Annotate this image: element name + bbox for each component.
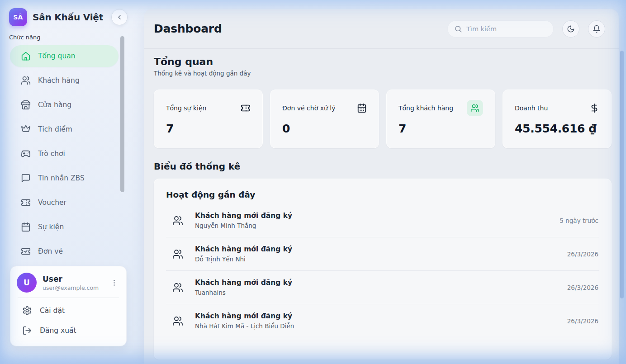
sidebar-item-tin-nhan-zbs[interactable]: Tin nhắn ZBS — [10, 167, 119, 189]
user-row: U User user@example.com — [17, 273, 120, 293]
activity-subtitle: Đỗ Trịnh Yến Nhi — [195, 255, 292, 263]
chevron-left-icon — [116, 14, 123, 21]
activity-card: Hoạt động gần đây Khách hàng mới đăng ký… — [154, 179, 612, 359]
activity-title: Khách hàng mới đăng ký — [195, 212, 292, 220]
main-content: Tổng quan Thống kê và hoạt động gần đây … — [144, 49, 619, 359]
stat-label: Tổng khách hàng — [398, 104, 453, 112]
stats-row: Tổng sự kiện 7 Đơn vé chờ xử lý 0 — [154, 90, 612, 148]
calendar-icon — [357, 103, 367, 113]
sidebar-item-cua-hang[interactable]: Cửa hàng — [10, 94, 119, 116]
brand-name: Sân Khấu Việt — [33, 12, 103, 23]
theme-toggle-button[interactable] — [562, 20, 579, 38]
sidebar-collapse-button[interactable] — [111, 9, 128, 25]
calendar-icon — [21, 222, 31, 232]
search-icon — [454, 25, 462, 33]
search-box[interactable] — [447, 20, 554, 38]
users-icon — [21, 76, 31, 85]
store-icon — [21, 100, 31, 110]
sidebar-item-label: Tổng quan — [38, 52, 76, 60]
sidebar-scrollbar[interactable] — [120, 36, 124, 192]
stat-value: 7 — [398, 122, 483, 135]
stat-label: Doanh thu — [515, 104, 548, 112]
stat-card-tong-su-kien: Tổng sự kiện 7 — [154, 90, 263, 148]
users-icon — [467, 100, 483, 116]
activity-text: Khách hàng mới đăng ký Đỗ Trịnh Yến Nhi — [195, 245, 292, 263]
ticket-check-icon — [21, 246, 31, 256]
sidebar-item-label: Sự kiện — [38, 223, 64, 231]
activity-subtitle: Nguyễn Minh Thắng — [195, 222, 292, 229]
logout-button[interactable]: Đăng xuất — [17, 321, 120, 340]
notifications-button[interactable] — [588, 20, 605, 38]
gear-icon — [22, 306, 32, 316]
user-meta: User user@example.com — [43, 274, 99, 291]
activity-item[interactable]: Khách hàng mới đăng ký Đỗ Trịnh Yến Nhi … — [166, 237, 599, 271]
activity-list: Khách hàng mới đăng ký Nguyễn Minh Thắng… — [166, 204, 599, 337]
activity-text: Khách hàng mới đăng ký Nhà Hát Kim Mã - … — [195, 312, 294, 330]
activity-subtitle: Tuanhains — [195, 289, 292, 296]
users-icon — [172, 249, 183, 260]
sidebar-item-voucher[interactable]: Voucher — [10, 192, 119, 213]
activity-title: Khách hàng mới đăng ký — [195, 312, 294, 320]
activity-text: Khách hàng mới đăng ký Nguyễn Minh Thắng — [195, 212, 292, 229]
stat-label: Tổng sự kiện — [166, 104, 206, 112]
activity-item[interactable]: Khách hàng mới đăng ký Nguyễn Minh Thắng… — [166, 204, 599, 237]
moon-icon — [567, 25, 575, 33]
ticket-icon — [21, 198, 31, 208]
gamepad-icon — [21, 149, 31, 159]
crown-icon — [21, 124, 31, 134]
sidebar-item-label: Cửa hàng — [38, 101, 71, 109]
sidebar-item-label: Đơn vé — [38, 247, 63, 255]
user-email: user@example.com — [43, 284, 99, 291]
ticket-icon — [241, 103, 251, 113]
sidebar-item-khach-hang[interactable]: Khách hàng — [10, 70, 119, 91]
activity-card-title: Hoạt động gần đây — [166, 190, 599, 199]
sidebar-item-label: Trò chơi — [38, 150, 65, 158]
charts-section-title: Biểu đồ thống kê — [154, 161, 612, 172]
sidebar-item-don-ve[interactable]: Đơn vé — [10, 241, 119, 262]
user-card: U User user@example.com Cài đặt — [10, 266, 127, 346]
activity-subtitle: Nhà Hát Kim Mã - Lịch Biểu Diễn — [195, 322, 294, 330]
users-icon — [172, 282, 183, 293]
brand-logo: SÂ — [9, 8, 27, 26]
settings-label: Cài đặt — [40, 307, 65, 315]
activity-item[interactable]: Khách hàng mới đăng ký Tuanhains 26/3/20… — [166, 271, 599, 304]
app-root: SÂ Sân Khấu Việt Chức năng Tổng quan Khá — [0, 0, 626, 364]
sidebar-item-label: Tích điểm — [38, 125, 72, 133]
page-title: Dashboard — [154, 22, 222, 35]
bell-icon — [593, 25, 601, 33]
stat-value: 7 — [166, 122, 251, 135]
brand-row: SÂ Sân Khấu Việt — [0, 0, 144, 26]
divider — [18, 298, 119, 298]
message-icon — [21, 173, 31, 183]
activity-text: Khách hàng mới đăng ký Tuanhains — [195, 279, 292, 296]
more-vertical-icon — [110, 279, 118, 287]
main-header: Dashboard — [144, 9, 619, 49]
stat-label: Đơn vé chờ xử lý — [282, 104, 335, 112]
activity-item[interactable]: Khách hàng mới đăng ký Nhà Hát Kim Mã - … — [166, 304, 599, 337]
user-menu-button[interactable] — [109, 277, 120, 288]
stat-card-doanh-thu: Doanh thu 45.554.616 ₫ — [503, 90, 612, 148]
stat-card-tong-khach-hang: Tổng khách hàng 7 — [386, 90, 495, 148]
sidebar-item-tro-choi[interactable]: Trò chơi — [10, 143, 119, 165]
activity-time: 26/3/2026 — [567, 317, 598, 325]
sidebar-item-tich-diem[interactable]: Tích điểm — [10, 118, 119, 140]
users-icon — [172, 316, 183, 326]
overview-subtitle: Thống kê và hoạt động gần đây — [154, 70, 612, 77]
settings-button[interactable]: Cài đặt — [17, 301, 120, 321]
search-input[interactable] — [466, 25, 547, 33]
user-name: User — [43, 274, 99, 284]
sidebar-item-tong-quan[interactable]: Tổng quan — [10, 45, 119, 67]
sidebar-item-label: Voucher — [38, 199, 66, 207]
avatar: U — [17, 273, 37, 293]
logout-icon — [22, 326, 32, 336]
main-panel: Dashboard — [144, 9, 619, 364]
sidebar: SÂ Sân Khấu Việt Chức năng Tổng quan Khá — [0, 0, 144, 364]
sidebar-item-su-kien[interactable]: Sự kiện — [10, 216, 119, 238]
stat-value: 0 — [282, 122, 367, 135]
activity-title: Khách hàng mới đăng ký — [195, 279, 292, 287]
home-icon — [21, 51, 31, 61]
activity-time: 26/3/2026 — [567, 251, 598, 258]
activity-title: Khách hàng mới đăng ký — [195, 245, 292, 253]
logout-label: Đăng xuất — [40, 326, 76, 335]
main-scrollbar[interactable] — [620, 51, 624, 298]
